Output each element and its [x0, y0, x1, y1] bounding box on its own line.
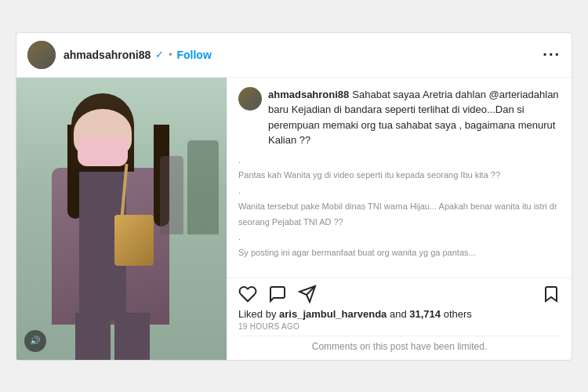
- dot-line-3: .: [238, 183, 561, 199]
- username[interactable]: ahmadsahroni88: [64, 49, 151, 61]
- likes-prefix: Liked by: [238, 308, 276, 320]
- like-button[interactable]: [238, 285, 257, 303]
- post-content: ahmadsahroni88Sahabat sayaa Aretria dahl…: [227, 78, 572, 360]
- post-actions: Liked by aris_jambul_harvenda and 31,714…: [227, 278, 572, 360]
- share-icon: [298, 285, 317, 303]
- video-frame: [16, 78, 227, 360]
- dot-line-2: Pantas kah Wanita yg di video seperti it…: [238, 168, 561, 183]
- follow-button[interactable]: Follow: [176, 49, 211, 61]
- likes-first-user[interactable]: aris_jambul_harvenda: [279, 308, 387, 320]
- caption-extra: . Pantas kah Wanita yg di video seperti …: [238, 153, 561, 262]
- post-body: 🔊 ahmadsahroni88Sahabat sayaa Aretria da…: [16, 78, 572, 360]
- share-button[interactable]: [298, 285, 317, 303]
- volume-button[interactable]: 🔊: [24, 330, 46, 352]
- likes-others-label: others: [444, 308, 472, 320]
- dot-separator: •: [169, 49, 172, 60]
- post-header: ahmadsahroni88 ✓ • Follow ···: [16, 33, 572, 78]
- verified-badge: ✓: [155, 49, 164, 60]
- comments-limited-notice: Comments on this post have been limited.: [238, 336, 561, 357]
- header-info: ahmadsahroni88 ✓ • Follow: [64, 49, 535, 61]
- more-options-button[interactable]: ···: [535, 45, 561, 64]
- dot-line-6: Sy posting ini agar bermanfaat buat org …: [238, 245, 561, 261]
- post-media[interactable]: 🔊: [16, 78, 227, 360]
- likes-row: Liked by aris_jambul_harvenda and 31,714…: [238, 308, 561, 320]
- comment-button[interactable]: [268, 285, 287, 303]
- action-icons-row: [238, 285, 561, 303]
- dot-line-1: .: [238, 153, 561, 169]
- heart-icon: [238, 285, 257, 303]
- avatar[interactable]: [27, 41, 56, 69]
- bookmark-icon: [542, 285, 561, 303]
- dot-line-4: Wanita tersebut pake Mobil dinas TNI war…: [238, 199, 561, 230]
- caption-text: ahmadsahroni88Sahabat sayaa Aretria dahl…: [268, 87, 561, 148]
- likes-and: and: [390, 308, 407, 320]
- volume-icon: 🔊: [30, 336, 41, 346]
- instagram-post: ahmadsahroni88 ✓ • Follow ···: [16, 32, 572, 361]
- caption-row: ahmadsahroni88Sahabat sayaa Aretria dahl…: [238, 87, 561, 148]
- caption-avatar[interactable]: [238, 87, 262, 111]
- comment-icon: [268, 285, 287, 303]
- likes-count: 31,714: [409, 308, 441, 320]
- bookmark-button[interactable]: [542, 285, 561, 303]
- caption-area: ahmadsahroni88Sahabat sayaa Aretria dahl…: [227, 78, 572, 278]
- timestamp: 19 HOURS AGO: [238, 322, 561, 331]
- caption-username[interactable]: ahmadsahroni88: [268, 89, 349, 100]
- dot-line-5: .: [238, 230, 561, 245]
